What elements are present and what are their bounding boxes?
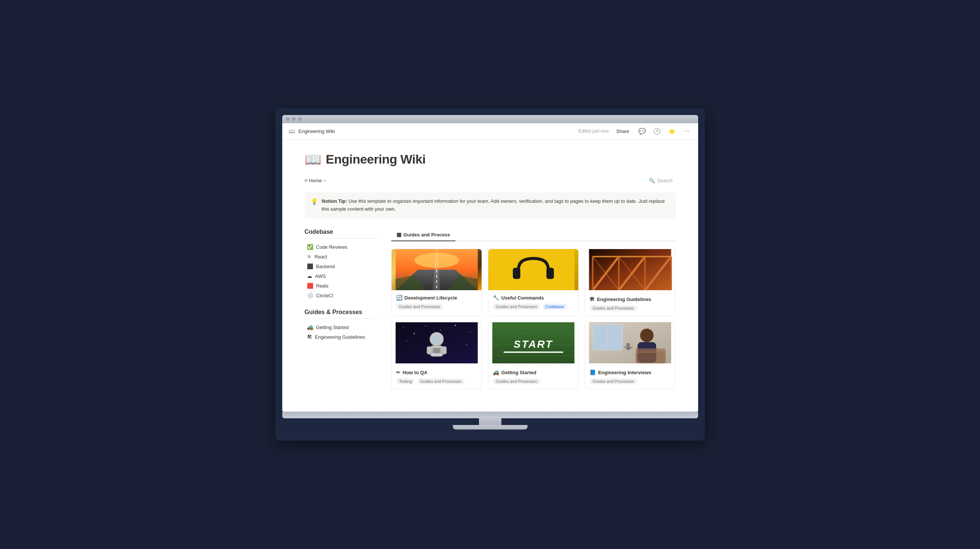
svg-point-50 — [640, 329, 654, 342]
more-menu-icon[interactable]: ··· — [682, 126, 692, 136]
card-tag: Guides and Processes — [493, 378, 540, 384]
breadcrumb[interactable]: ≡ Home ∨ — [305, 177, 327, 183]
page-title: Engineering Wiki — [326, 152, 426, 167]
sidebar-item-backend[interactable]: ⬛ Backend — [305, 262, 379, 271]
card-body: 🛠 Engineering Guidelines Guides and Proc… — [585, 292, 675, 315]
card-how-to-qa[interactable]: ✏ How to QA Testing Guides and Processes — [391, 322, 482, 389]
svg-point-29 — [440, 329, 441, 330]
svg-rect-7 — [492, 249, 574, 290]
card-image-start: START — [488, 322, 578, 365]
favorite-icon[interactable]: ⭐ — [667, 126, 677, 136]
engineering-guidelines-label: Engineering Guidelines — [315, 334, 365, 340]
comment-icon[interactable]: 💬 — [637, 126, 648, 136]
monitor-base — [453, 425, 528, 430]
svg-rect-38 — [441, 347, 446, 354]
useful-commands-icon: 🔧 — [493, 295, 499, 301]
card-useful-commands[interactable]: 🔧 Useful Commands Guides and Processes C… — [488, 249, 579, 316]
card-body: 🔧 Useful Commands Guides and Processes C… — [488, 290, 578, 314]
svg-point-1 — [414, 253, 459, 268]
notion-topbar: 📖 Engineering Wiki Edited just now Share… — [282, 123, 698, 140]
svg-rect-9 — [546, 268, 554, 279]
engineering-interviews-icon: 📘 — [590, 369, 596, 376]
svg-rect-54 — [636, 348, 666, 353]
topbar-left: 📖 Engineering Wiki — [288, 127, 335, 135]
getting-started-label: Getting Started — [316, 325, 349, 330]
engineering-guidelines-icon: 🛠 — [307, 334, 312, 340]
search-icon: 🔍 — [649, 178, 655, 183]
codebase-section-title: Codebase — [305, 229, 379, 235]
card-body: 📘 Engineering Interviews Guides and Proc… — [585, 365, 675, 389]
card-tags: Guides and Processes — [396, 304, 477, 310]
sidebar-item-circleci[interactable]: ⚪ CircleCI — [305, 291, 379, 300]
card-tag: Guides and Processes — [590, 378, 637, 384]
card-tag-guides: Guides and Processes — [493, 304, 540, 310]
card-tag-testing: Testing — [396, 378, 415, 384]
notion-app: 📖 Engineering Wiki Edited just now Share… — [282, 123, 698, 412]
sidebar-item-react[interactable]: ⚛ React — [305, 252, 379, 261]
breadcrumb-dropdown-icon: ∨ — [323, 178, 326, 183]
card-body: 🔄 Development Lifecycle Guides and Proce… — [391, 290, 482, 314]
react-label: React — [315, 254, 328, 259]
code-reviews-icon: ✅ — [307, 244, 313, 250]
engineering-guidelines-card-icon: 🛠 — [590, 296, 595, 302]
card-tags: Guides and Processes Codebase — [493, 304, 574, 310]
svg-point-28 — [425, 326, 426, 326]
card-tag: Guides and Processes — [396, 304, 444, 310]
svg-rect-37 — [427, 347, 432, 354]
card-title-row: ✏ How to QA — [396, 369, 477, 376]
card-development-lifecycle[interactable]: 🔄 Development Lifecycle Guides and Proce… — [391, 249, 482, 316]
card-title-row: 🚜 Getting Started — [493, 369, 574, 376]
svg-point-27 — [414, 333, 415, 334]
svg-rect-53 — [636, 352, 666, 363]
svg-point-33 — [466, 344, 467, 345]
share-button[interactable]: Share — [613, 127, 632, 135]
svg-rect-10 — [589, 249, 671, 290]
topbar-page-title: Engineering Wiki — [299, 129, 335, 134]
card-engineering-interviews[interactable]: 📘 Engineering Interviews Guides and Proc… — [585, 322, 675, 389]
monitor-bottom-bar — [282, 412, 698, 418]
sidebar-divider — [305, 238, 379, 239]
card-engineering-guidelines[interactable]: 🛠 Engineering Guidelines Guides and Proc… — [585, 249, 675, 316]
codebase-items: ✅ Code Reviews ⚛ React ⬛ Backend — [305, 242, 379, 300]
notion-columns: Codebase ✅ Code Reviews ⚛ React — [305, 229, 676, 389]
card-tags: Testing Guides and Processes — [396, 378, 477, 384]
svg-rect-8 — [512, 268, 520, 279]
tip-icon: 💡 — [310, 198, 318, 205]
sidebar-item-code-reviews[interactable]: ✅ Code Reviews — [305, 242, 379, 251]
sidebar-item-redis[interactable]: 🟥 Redis — [305, 281, 379, 290]
monitor-screen: 📖 Engineering Wiki Edited just now Share… — [282, 123, 698, 412]
card-title-row: 🛠 Engineering Guidelines — [590, 296, 670, 302]
tab-guides-process[interactable]: ▦ Guides and Process — [391, 229, 455, 241]
sidebar-item-engineering-guidelines[interactable]: 🛠 Engineering Guidelines — [305, 333, 379, 341]
guides-items: 🚜 Getting Started 🛠 Engineering Guidelin… — [305, 323, 379, 341]
redis-icon: 🟥 — [307, 283, 313, 289]
notion-main: 📖 Engineering Wiki ≡ Home ∨ 🔍 Search — [282, 140, 698, 412]
dev-lifecycle-title: Development Lifecycle — [405, 295, 457, 301]
card-image-astronaut — [391, 322, 482, 365]
monitor-stand — [479, 418, 501, 425]
how-to-qa-icon: ✏ — [396, 369, 401, 376]
history-icon[interactable]: 🕐 — [652, 126, 662, 136]
card-image-bridge — [585, 249, 675, 292]
monitor-dot — [298, 117, 302, 121]
aws-label: AWS — [315, 274, 326, 279]
sidebar-divider-2 — [305, 318, 379, 319]
tab-grid-icon: ▦ — [396, 232, 401, 237]
circleci-label: CircleCI — [316, 293, 333, 298]
breadcrumb-icon: ≡ — [305, 177, 308, 183]
topbar-edited-label: Edited just now — [578, 129, 609, 134]
getting-started-card-title: Getting Started — [501, 370, 536, 376]
sidebar-item-aws[interactable]: ☁ AWS — [305, 272, 379, 280]
svg-point-32 — [406, 341, 407, 341]
topbar-right: Edited just now Share 💬 🕐 ⭐ ··· — [578, 126, 692, 136]
sidebar-item-getting-started[interactable]: 🚜 Getting Started — [305, 323, 379, 332]
search-button[interactable]: 🔍 Search — [646, 176, 675, 185]
svg-point-30 — [455, 325, 456, 326]
tip-text: Notion Tip: Use this template to organiz… — [322, 197, 670, 213]
card-getting-started[interactable]: START 🚜 Getting Started — [488, 322, 579, 389]
tabs-bar: ▦ Guides and Process — [391, 229, 676, 241]
card-title-row: 🔄 Development Lifecycle — [396, 295, 477, 301]
card-tag: Guides and Processes — [590, 305, 637, 311]
svg-point-35 — [432, 335, 441, 344]
aws-icon: ☁ — [307, 273, 312, 279]
